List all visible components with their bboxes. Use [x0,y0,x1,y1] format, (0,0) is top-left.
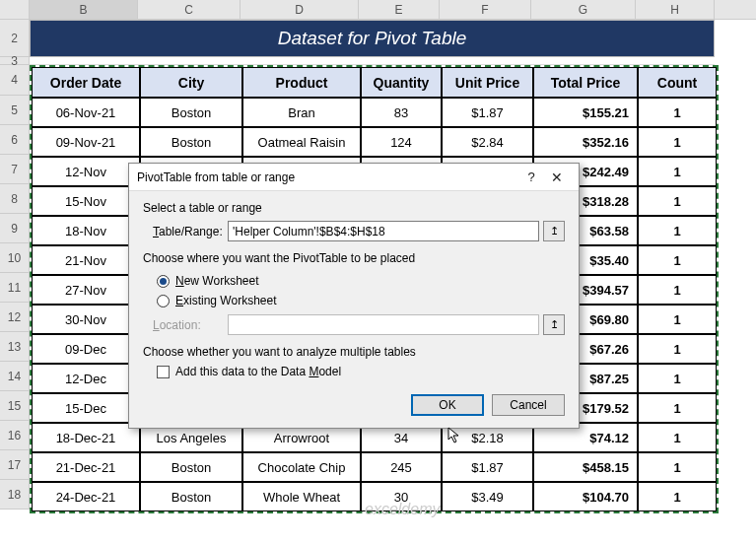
cell-total-price[interactable]: $352.16 [533,127,638,157]
close-button[interactable]: ✕ [543,170,571,185]
empty-row[interactable] [30,57,715,65]
header-quantity[interactable]: Quantity [361,67,442,98]
cell-city[interactable]: Boston [140,127,242,157]
cell-order-date[interactable]: 09-Dec [32,334,140,364]
row-header[interactable]: 11 [0,273,30,303]
header-unit-price[interactable]: Unit Price [442,67,533,98]
cell-count[interactable]: 1 [638,452,717,482]
cell-order-date[interactable]: 18-Nov [32,216,140,245]
row-header[interactable]: 8 [0,184,30,214]
col-header-H[interactable]: H [636,0,715,19]
cell-city[interactable]: Boston [140,452,242,482]
cancel-button[interactable]: Cancel [492,394,565,416]
cell-order-date[interactable]: 24-Dec-21 [32,482,140,511]
cell-unit-price[interactable]: $2.84 [442,127,533,157]
row-header[interactable]: 18 [0,480,30,510]
cell-count[interactable]: 1 [638,305,717,334]
cell-order-date[interactable]: 27-Nov [32,275,140,305]
table-header-row: Order Date City Product Quantity Unit Pr… [32,67,717,98]
cell-product[interactable]: Oatmeal Raisin [242,127,361,157]
row-header[interactable]: 17 [0,450,30,480]
header-city[interactable]: City [140,67,242,98]
cell-quantity[interactable]: 30 [361,482,442,511]
cell-total-price[interactable]: $104.70 [533,482,638,511]
cell-total-price[interactable]: $155.21 [533,98,638,127]
cell-order-date[interactable]: 21-Dec-21 [32,452,140,482]
row-header[interactable]: 9 [0,214,30,243]
col-header-G[interactable]: G [531,0,636,19]
cell-count[interactable]: 1 [638,393,717,423]
cell-order-date[interactable]: 12-Dec [32,364,140,393]
ok-button[interactable]: OK [411,394,484,416]
row-header[interactable]: 16 [0,421,30,450]
cell-total-price[interactable]: $458.15 [533,452,638,482]
cell-product[interactable]: Bran [242,98,361,127]
cell-count[interactable]: 1 [638,186,717,216]
dialog-title: PivotTable from table or range [137,170,519,184]
cell-count[interactable]: 1 [638,482,717,511]
dialog-titlebar[interactable]: PivotTable from table or range ? ✕ [129,164,579,191]
header-count[interactable]: Count [638,67,717,98]
table-range-input[interactable] [228,221,539,241]
section-multiple-tables: Choose whether you want to analyze multi… [143,345,565,359]
cell-order-date[interactable]: 12-Nov [32,157,140,186]
cell-count[interactable]: 1 [638,364,717,393]
row-header[interactable]: 3 [0,57,30,65]
collapse-range-icon[interactable]: ↥ [543,221,565,241]
cell-count[interactable]: 1 [638,245,717,275]
col-header-F[interactable]: F [440,0,531,19]
corner-cell [0,0,30,19]
cell-count[interactable]: 1 [638,275,717,305]
header-order-date[interactable]: Order Date [32,67,140,98]
row-header[interactable]: 15 [0,391,30,421]
location-input[interactable] [228,314,539,335]
cell-order-date[interactable]: 09-Nov-21 [32,127,140,157]
cell-quantity[interactable]: 83 [361,98,442,127]
cell-quantity[interactable]: 245 [361,452,442,482]
cell-order-date[interactable]: 15-Dec [32,393,140,423]
row-header[interactable]: 6 [0,125,30,155]
cell-product[interactable]: Chocolate Chip [242,452,361,482]
cell-unit-price[interactable]: $1.87 [442,452,533,482]
cell-order-date[interactable]: 06-Nov-21 [32,98,140,127]
dataset-title[interactable]: Dataset for Pivot Table [30,20,715,57]
cell-quantity[interactable]: 124 [361,127,442,157]
radio-icon [157,295,170,307]
row-header[interactable]: 2 [0,20,30,57]
row-header[interactable]: 10 [0,243,30,273]
pivottable-dialog: PivotTable from table or range ? ✕ Selec… [128,163,580,429]
cell-count[interactable]: 1 [638,157,717,186]
col-header-D[interactable]: D [241,0,359,19]
help-button[interactable]: ? [519,170,543,184]
cell-count[interactable]: 1 [638,98,717,127]
row-header[interactable]: 14 [0,362,30,391]
col-header-B[interactable]: B [30,0,138,19]
cell-product[interactable]: Whole Wheat [242,482,361,511]
row-header[interactable]: 13 [0,332,30,362]
row-header[interactable]: 7 [0,155,30,184]
cell-order-date[interactable]: 30-Nov [32,305,140,334]
row-header[interactable]: 12 [0,303,30,332]
collapse-location-icon[interactable]: ↥ [543,314,565,335]
cell-city[interactable]: Boston [140,482,242,511]
cell-unit-price[interactable]: $1.87 [442,98,533,127]
row-header[interactable]: 4 [0,65,30,96]
cell-count[interactable]: 1 [638,127,717,157]
row-header[interactable]: 5 [0,96,30,125]
checkbox-data-model[interactable]: Add this data to the Data Model [143,365,565,378]
cell-order-date[interactable]: 21-Nov [32,245,140,275]
header-total-price[interactable]: Total Price [533,67,638,98]
radio-new-worksheet[interactable]: New Worksheet [157,271,565,291]
header-product[interactable]: Product [242,67,361,98]
table-row: 21-Dec-21BostonChocolate Chip245$1.87$45… [32,452,717,482]
cell-order-date[interactable]: 18-Dec-21 [32,423,140,452]
cell-count[interactable]: 1 [638,334,717,364]
col-header-C[interactable]: C [138,0,241,19]
radio-existing-worksheet[interactable]: Existing Worksheet [157,291,565,310]
cell-count[interactable]: 1 [638,423,717,452]
cell-order-date[interactable]: 15-Nov [32,186,140,216]
cell-city[interactable]: Boston [140,98,242,127]
col-header-E[interactable]: E [359,0,440,19]
cell-unit-price[interactable]: $3.49 [442,482,533,511]
cell-count[interactable]: 1 [638,216,717,245]
